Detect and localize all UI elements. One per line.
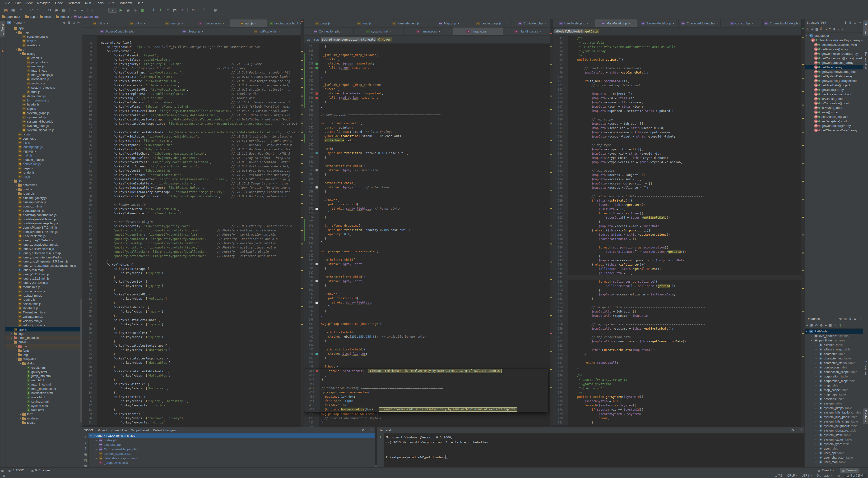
toolwindow-tab-favorites[interactable]: 2: Favorites (863, 358, 868, 377)
structure-item[interactable]: mgetSystemData():array (805, 74, 863, 78)
db-tool-icon-7[interactable]: ⇪ (839, 323, 842, 327)
structure-tool-icon-7[interactable]: ⬌ (837, 27, 840, 31)
db-tool-icon-4[interactable]: ■ (825, 323, 827, 327)
structure-item[interactable]: ▾CMapModel (805, 33, 863, 38)
toolwindow-button-6: TODO[interactable]: ▣6: TODO (6, 468, 26, 473)
db-tool-icon-2[interactable]: ⟳ (815, 323, 818, 327)
project-tree-item[interactable]: JSsystem_killboard.js (5, 120, 81, 124)
close-tab-icon[interactable]: × (106, 22, 108, 25)
db-tree-item[interactable]: ▸▦system_type: table (805, 442, 863, 446)
project-tree-item[interactable]: JSnotification.js (5, 77, 81, 81)
breadcrumb-item[interactable]: app (25, 15, 35, 19)
sql-console-icon[interactable]: ▥ (844, 317, 847, 321)
structure-item[interactable]: mgetSystem(systemId):null (805, 69, 863, 74)
breadcrumb-item[interactable]: main (40, 15, 51, 19)
structure-item[interactable]: misAlliance():bool (805, 96, 863, 101)
project-tree-item[interactable]: JSrequire.js (5, 297, 81, 302)
todo-file[interactable]: ▸JSsystem_signature.js (89, 451, 375, 456)
db-tree-item[interactable]: ▸▦corporation: table (805, 374, 863, 379)
project-tree-item[interactable]: ▾map (5, 30, 81, 35)
project-tree-item[interactable]: JSsystem_effects.js (5, 85, 81, 90)
prev-todo-icon[interactable]: ↑ (85, 435, 86, 438)
menu-code[interactable]: Code (53, 1, 65, 5)
code-area[interactable]: 91 /**92 * get map data93 * -> this incl… (553, 36, 801, 465)
panel-settings-icon[interactable]: ⚙ (362, 428, 365, 432)
close-tab-icon[interactable]: × (202, 30, 203, 33)
db-tree-item[interactable]: ▸▦system_status: table (805, 437, 863, 442)
structure-tool-icon-5[interactable]: Y (829, 27, 831, 31)
close-tab-icon[interactable]: × (144, 22, 145, 25)
project-tree-item[interactable]: JSblueimp-gallery.js (5, 196, 81, 200)
close-tab-icon[interactable]: × (716, 22, 718, 25)
todo-file[interactable]: ▸phpCcpSystemsMapper.php (89, 447, 375, 451)
sync-icon[interactable]: ⟳ (17, 7, 23, 13)
project-panel-title[interactable]: Project (12, 21, 22, 24)
project-tree-item[interactable]: ▾dialog (5, 52, 81, 56)
editor-tab-_main.scss[interactable]: S_main.scss× (404, 28, 453, 35)
project-tree-item[interactable]: JSbootstrap-image-gallery.js (5, 221, 81, 225)
editor-tab-_colors.scss[interactable]: S_colors.scss× (193, 20, 230, 27)
project-tree-item[interactable]: JSmap.js (5, 39, 81, 43)
menu-refactor[interactable]: Refactor (65, 1, 83, 5)
close-tab-icon[interactable]: × (629, 22, 630, 25)
toolwindow-switcher-icon[interactable]: ▦ (2, 474, 5, 477)
todo-file[interactable]: ▸JSdataTables.responsive.js (89, 456, 375, 460)
db-tree-item[interactable]: ▸▦character_status: table (805, 361, 863, 365)
close-tab-icon[interactable]: × (373, 22, 375, 25)
project-tree-item[interactable]: JSEasePack.min.js (5, 234, 81, 238)
coverage-icon[interactable]: ◉ (125, 7, 131, 13)
editor-tab-Controller.php[interactable]: phpController.php× (512, 20, 553, 27)
breadcrumb-chip[interactable]: \Model\MapModel (554, 29, 584, 33)
editor-right[interactable]: phpUserModel.php×phpMapModel.php×phpSyst… (553, 20, 805, 468)
project-tree-item[interactable]: {}jquery.min.map (5, 268, 81, 272)
editor-tab-UserModel.php[interactable]: phpUserModel.php× (553, 20, 595, 27)
project-tree-item[interactable]: JSbootstrap-confirmation.js (5, 213, 81, 217)
close-tab-icon[interactable]: × (182, 22, 184, 25)
db-tree-item[interactable]: ▸▦system_jumps: table (805, 406, 863, 410)
project-tree-item[interactable]: 5trust.html (5, 408, 81, 412)
project-tree-item[interactable]: JSjquery.dragToSelect.js (5, 238, 81, 243)
project-tree-item[interactable]: 5system.html (5, 404, 81, 408)
db-tree-item[interactable]: ▸▦user_api: table (805, 451, 863, 455)
project-tree-item[interactable]: 5settings.html (5, 399, 81, 404)
menu-view[interactable]: View (23, 1, 35, 5)
project-tree-item[interactable]: JSjquery-1.11.3.min.js (5, 277, 81, 281)
db-tree-item[interactable]: ▾◈Pathfinder (805, 329, 863, 333)
project-tree-item[interactable]: 5map.html (5, 378, 81, 382)
close-tab-icon[interactable]: × (421, 22, 423, 25)
db-tree-item[interactable]: ▸▦map: table (805, 383, 863, 388)
db-tree-item[interactable]: ▸▦connection_scope: table (805, 370, 863, 374)
db-tool-icon-5[interactable]: ▦ (829, 323, 832, 327)
db-tree-item[interactable]: ▸▦system_kills_factions: table (805, 410, 863, 415)
structure-item[interactable]: mgetUserData():object (805, 83, 863, 88)
editor-middle[interactable]: JSpage.js×JSmap.js×JSform_element.js×php… (304, 20, 553, 468)
project-tree-item[interactable]: JSheader.js (5, 102, 81, 107)
project-tree-item[interactable]: JStrust.js (5, 90, 81, 94)
deploy-icon[interactable]: ⇪ (165, 7, 171, 13)
vcs-branch-widget[interactable]: Git: master▾ (814, 474, 835, 477)
project-tree-item[interactable]: JSjquery.lazylinepainter-1.5.1.min.js (5, 259, 81, 264)
structure-tool-icon-3[interactable]: ⓘ (820, 27, 823, 31)
editor-tab-CharacterModel.php[interactable]: phpCharacterModel.php× (679, 20, 721, 27)
project-tree-item[interactable]: JSsystem_info.js (5, 115, 81, 120)
project-tree-item[interactable]: JSnotification.js (5, 162, 81, 166)
editor-tab-map.js[interactable]: JSmap.js× (345, 20, 387, 27)
project-tree-item[interactable]: JSmain.js (5, 153, 81, 158)
editor-tab-SystemModel.php[interactable]: phpSystemModel.php× (637, 20, 679, 27)
run-icon[interactable]: ▶ (118, 7, 124, 13)
editor-tab-Map.php[interactable]: phpMap.php× (428, 20, 470, 27)
db-tree-item[interactable]: ▸▦user: table (805, 446, 863, 451)
project-tree-item[interactable]: JSapp.js (5, 327, 81, 331)
structure-item[interactable]: mgetAlliances():array (805, 47, 863, 52)
project-tree-item[interactable]: JSjquery-1.11.2.min.js (5, 272, 81, 277)
todo-tab-Default Changelist[interactable]: Default Changelist (153, 429, 177, 432)
project-tree-item[interactable]: JSselect2.min.js (5, 302, 81, 306)
db-tree-item[interactable]: ▸▦user_character: table (805, 455, 863, 460)
split-icon[interactable]: ⇅ (849, 317, 851, 321)
redo-icon[interactable]: ↷ (35, 7, 41, 13)
settings-icon[interactable]: ⚙ (190, 7, 196, 13)
project-tree-item[interactable]: JSlogo.js (5, 107, 81, 111)
project-tree-item[interactable]: JSbootstrap.min.js (5, 209, 81, 213)
help-icon[interactable]: ? (201, 7, 207, 13)
open-icon[interactable]: ▤ (3, 7, 9, 13)
